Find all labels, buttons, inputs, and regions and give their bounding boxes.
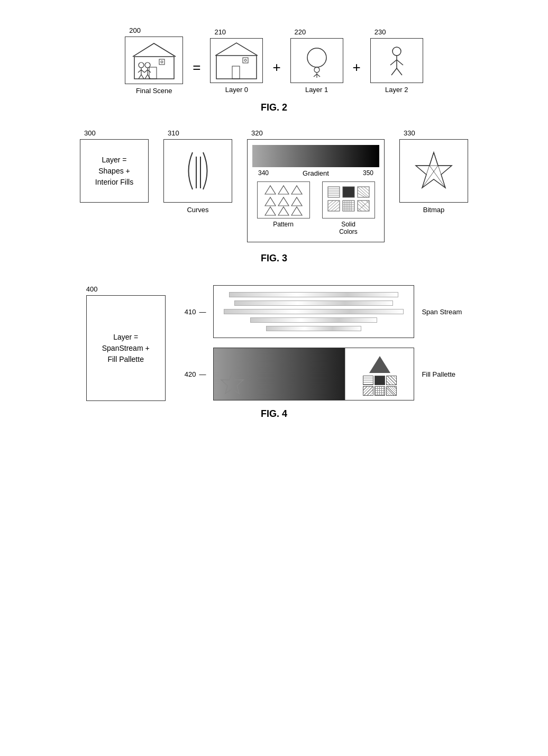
ref-230: 230 [375, 28, 386, 36]
star-svg [413, 150, 455, 192]
svg-line-79 [430, 166, 445, 188]
fp-star-svg [219, 370, 245, 397]
fig4-420-ref: 420 — [185, 370, 206, 378]
svg-line-12 [144, 70, 148, 72]
svg-line-23 [314, 74, 317, 77]
svg-line-30 [397, 68, 402, 75]
ref-300: 300 [84, 129, 96, 137]
fig4-layer-text: Layer =SpanStream +Fill Pallette [102, 332, 150, 365]
layer2-caption: Layer 2 [385, 86, 408, 94]
fig3-item-330: 330 Bitmap [399, 129, 468, 214]
gradient-outer-box: 340 Gradient 350 [247, 139, 385, 242]
svg-line-29 [391, 68, 397, 75]
svg-marker-33 [265, 186, 276, 194]
svg-line-80 [422, 166, 438, 188]
svg-line-53 [358, 193, 365, 197]
svg-point-10 [145, 62, 150, 68]
ref-420-num: 420 [185, 370, 196, 378]
solidcolors-item: SolidColors [322, 181, 375, 235]
fig4-title: FIG. 4 [21, 408, 527, 420]
plus-operator-1: + [272, 59, 280, 76]
fp-solid-grid [363, 376, 397, 396]
pattern-item: Pattern [257, 181, 310, 235]
ref-350: 350 [363, 169, 373, 177]
svg-marker-35 [291, 186, 302, 194]
span-line-2 [234, 300, 393, 306]
svg-point-21 [314, 67, 319, 72]
svg-marker-37 [278, 197, 289, 206]
ref-320: 320 [251, 129, 263, 137]
fig2-title: FIG. 2 [21, 102, 527, 113]
svg-point-25 [392, 47, 401, 56]
fig2-item-finalscene: 200 [125, 26, 183, 95]
svg-rect-42 [328, 187, 340, 197]
fill-palette-box [213, 348, 414, 400]
svg-marker-36 [265, 197, 276, 206]
svg-line-77 [434, 152, 441, 175]
svg-marker-34 [278, 186, 289, 194]
fp-cell-5 [375, 386, 385, 396]
bitmap-box [399, 139, 468, 203]
fig4-section: 400 Layer =SpanStream +Fill Pallette 410… [21, 280, 527, 420]
fig3-item-310: 310 Curves [163, 129, 232, 214]
svg-marker-76 [416, 152, 452, 188]
ref-310: 310 [168, 129, 179, 137]
svg-marker-41 [291, 207, 302, 215]
fig3-section: 300 Layer =Shapes +Interior Fills 310 [21, 129, 527, 264]
span-line-3 [224, 309, 404, 314]
fig3-item-300: 300 Layer =Shapes +Interior Fills [80, 129, 149, 206]
svg-rect-2 [159, 59, 165, 65]
fig3-caption-310: Curves [187, 206, 208, 214]
svg-point-19 [244, 59, 246, 61]
solidcolors-svg [325, 184, 372, 216]
gradient-label-row: 340 Gradient 350 [248, 169, 384, 177]
span-line-5 [266, 326, 361, 331]
svg-point-20 [307, 48, 326, 67]
solidcolors-label: SolidColors [339, 221, 358, 235]
ref-400: 400 [86, 285, 98, 293]
svg-rect-1 [149, 67, 157, 79]
layer1-box [290, 38, 343, 83]
svg-rect-18 [243, 58, 248, 63]
layer0-caption: Layer 0 [225, 86, 248, 94]
fp-cell-6 [386, 386, 397, 396]
span-line-1 [229, 292, 398, 297]
fp-gradient-area [214, 348, 344, 400]
fig2-section: 200 [21, 26, 527, 113]
svg-line-9 [141, 75, 144, 79]
span-line-4 [250, 317, 377, 323]
svg-line-28 [397, 60, 403, 65]
svg-line-14 [145, 75, 148, 79]
svg-point-4 [139, 62, 144, 68]
svg-rect-16 [216, 56, 257, 79]
ref-200: 200 [129, 26, 141, 34]
final-scene-box [125, 37, 183, 84]
pattern-label: Pattern [273, 221, 294, 228]
layer0-svg [215, 41, 258, 80]
ref-220: 220 [295, 28, 306, 36]
plus-operator-2: + [353, 59, 361, 76]
svg-line-7 [141, 70, 144, 72]
layer1-svg [296, 41, 338, 80]
gradient-bar [252, 145, 379, 167]
fig4-spanstream-row: 410 — Span Stream [185, 285, 462, 338]
fig4-layer-box: Layer =SpanStream +Fill Pallette [86, 295, 166, 401]
fig4-row: 400 Layer =SpanStream +Fill Pallette 410… [21, 280, 527, 401]
ref-210: 210 [214, 28, 226, 36]
layer-shapes-text: Layer =Shapes +Interior Fills [95, 154, 133, 188]
span-stream-box [213, 285, 414, 338]
fillpalette-label: Fill Pallette [422, 370, 455, 378]
sub-boxes: Pattern [248, 179, 384, 238]
fp-right-area [345, 348, 414, 400]
fig2-item-layer2: 230 Layer 2 [370, 28, 423, 94]
pattern-box [257, 181, 310, 218]
layer0-box [210, 38, 263, 83]
svg-marker-39 [265, 207, 276, 215]
ref-330: 330 [404, 129, 415, 137]
gradient-label: Gradient [303, 169, 329, 177]
svg-line-6 [138, 70, 141, 72]
layer-shapes-box: Layer =Shapes +Interior Fills [80, 139, 149, 203]
svg-rect-47 [343, 187, 354, 197]
fig3-row: 300 Layer =Shapes +Interior Fills 310 [21, 129, 527, 245]
fp-cell-4 [363, 386, 373, 396]
